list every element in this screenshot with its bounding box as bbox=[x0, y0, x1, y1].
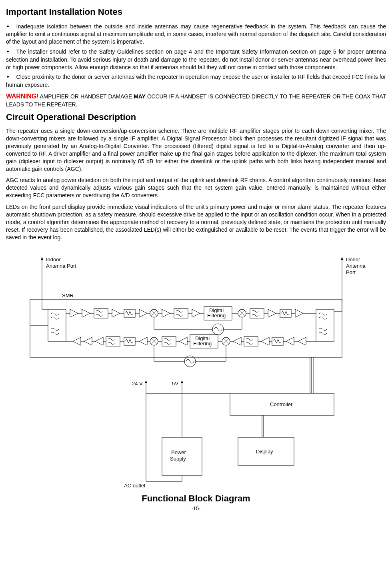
label-donor-port: Port bbox=[346, 269, 356, 275]
warning-bold: MAY bbox=[134, 93, 145, 100]
svg-rect-59 bbox=[162, 337, 176, 346]
label-donor: Donor bbox=[346, 256, 360, 262]
label-donor-antenna: Antenna bbox=[346, 263, 366, 269]
warning-pre: AMPLIFIER OR HANDSET DAMAGE bbox=[38, 93, 134, 100]
bullet-2-text: The installer should refer to the Safety… bbox=[6, 48, 386, 70]
bullet-1: •Inadequate isolation between the outsid… bbox=[6, 22, 386, 46]
label-ac-outlet: AC outlet bbox=[124, 483, 146, 489]
circuit-p3: LEDs on the front panel display provide … bbox=[6, 203, 386, 241]
warning-label: WARNING! bbox=[6, 93, 38, 100]
warning-line: WARNING! AMPLIFIER OR HANDSET DAMAGE MAY… bbox=[6, 92, 386, 108]
svg-rect-49 bbox=[244, 337, 258, 346]
label-supply: Supply bbox=[170, 456, 186, 462]
svg-rect-12 bbox=[94, 309, 108, 318]
svg-rect-8 bbox=[316, 309, 334, 341]
label-filtering-top: Filtering bbox=[207, 313, 226, 319]
bullet-2: •The installer should refer to the Safet… bbox=[6, 47, 386, 71]
label-indoor-port: Antenna Port bbox=[46, 263, 76, 269]
label-indoor: Indoor bbox=[46, 256, 61, 262]
label-24v: 24 V bbox=[132, 381, 143, 387]
diagram-title: Functional Block Diagram bbox=[22, 493, 370, 505]
heading-circuit-desc: Circuit Operational Description bbox=[6, 111, 386, 123]
svg-rect-4 bbox=[30, 299, 342, 357]
label-controller: Controller bbox=[270, 401, 293, 407]
label-filtering-bot: Filtering bbox=[193, 341, 212, 347]
svg-rect-23 bbox=[174, 309, 188, 318]
circuit-p1: The repeater uses a single down-conversi… bbox=[6, 127, 386, 172]
bullet-3-text: Close proximity to the donor or server a… bbox=[6, 74, 386, 88]
label-power: Power bbox=[171, 449, 186, 455]
svg-rect-5 bbox=[48, 309, 66, 341]
bullet-3: •Close proximity to the donor or server … bbox=[6, 72, 386, 88]
bullet-1-text: Inadequate isolation between the outside… bbox=[6, 23, 386, 45]
svg-rect-15 bbox=[124, 309, 135, 317]
svg-rect-66 bbox=[124, 337, 135, 345]
circuit-p2: AGC reacts to analog power detection on … bbox=[6, 176, 386, 199]
label-display: Display bbox=[256, 449, 273, 455]
heading-install-notes: Important Installation Notes bbox=[6, 6, 386, 18]
label-smr: SMR bbox=[62, 293, 74, 299]
svg-rect-32 bbox=[250, 309, 264, 318]
svg-rect-35 bbox=[280, 309, 291, 317]
page-number: -15- bbox=[6, 505, 386, 512]
label-5v: 5V bbox=[172, 381, 178, 387]
svg-rect-46 bbox=[272, 337, 283, 345]
block-diagram: Indoor Antenna Port Donor Antenna Port S… bbox=[22, 249, 370, 505]
svg-rect-68 bbox=[106, 337, 120, 346]
